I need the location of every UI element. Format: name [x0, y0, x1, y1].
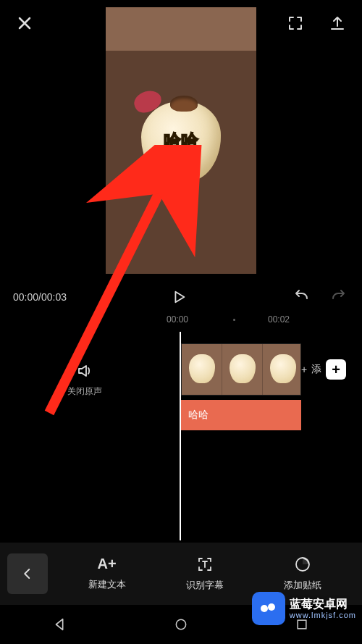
export-icon [329, 14, 346, 32]
clip-thumbnail [182, 344, 222, 395]
triangle-back-icon [52, 616, 68, 632]
new-text-icon: A+ [98, 556, 117, 572]
video-clip[interactable] [181, 343, 301, 396]
ruler-dot [233, 319, 235, 321]
export-button[interactable] [327, 13, 348, 33]
nav-back-button[interactable] [50, 614, 70, 635]
play-button[interactable] [169, 287, 189, 307]
tool-label: 添加贴纸 [284, 579, 321, 592]
nav-recent-button[interactable] [292, 614, 312, 635]
tool-label: 新建文本 [88, 578, 126, 591]
add-sticker-button[interactable]: 添加贴纸 [284, 556, 321, 592]
playback-controls: 00:00/00:03 [0, 280, 362, 314]
mute-original-audio-button[interactable]: 关闭原声 [0, 354, 169, 406]
recognize-subtitle-button[interactable]: 识别字幕 [186, 556, 224, 592]
ruler-mark: 00:02 [268, 314, 290, 325]
chevron-left-icon [21, 567, 34, 580]
fullscreen-icon [287, 14, 304, 32]
add-text: 添 [311, 363, 321, 376]
sticker-icon [294, 556, 311, 573]
new-text-button[interactable]: A+ 新建文本 [88, 556, 126, 592]
clip-thumbnail [222, 344, 263, 395]
text-clip[interactable]: 哈哈 [181, 400, 301, 430]
add-clip-button[interactable]: + 添 + [301, 343, 362, 396]
svg-rect-3 [298, 620, 306, 629]
undo-button[interactable] [291, 287, 311, 307]
text-clip-label: 哈哈 [188, 409, 209, 422]
close-icon [16, 14, 33, 32]
square-recent-icon [295, 617, 309, 632]
preview-area[interactable]: 哈哈 [106, 7, 256, 274]
svg-point-2 [176, 619, 185, 629]
fullscreen-button[interactable] [285, 13, 306, 33]
scan-text-icon [196, 556, 214, 573]
timeline-ruler[interactable]: 00:00 00:02 [0, 311, 362, 329]
preview-caption-text: 哈哈 [106, 129, 256, 152]
circle-home-icon [174, 617, 188, 632]
clip-thumbnail [263, 344, 301, 395]
undo-icon [292, 288, 310, 306]
plus-icon: + [326, 359, 346, 380]
bottom-toolbar: A+ 新建文本 识别字幕 添加贴纸 [0, 543, 362, 605]
system-nav-bar [0, 605, 362, 644]
nav-home-button[interactable] [171, 614, 191, 635]
toolbar-back-button[interactable] [7, 553, 48, 594]
add-prefix: + [301, 364, 307, 375]
ruler-mark: 00:00 [167, 314, 188, 325]
timecode-display: 00:00/00:03 [13, 291, 67, 303]
speaker-icon [76, 362, 93, 380]
redo-icon [330, 288, 348, 306]
timeline-area: 关闭原声 哈哈 + 添 + [0, 332, 362, 448]
redo-button[interactable] [329, 287, 349, 307]
close-button[interactable] [14, 13, 35, 33]
mute-label: 关闭原声 [67, 385, 102, 398]
tool-label: 识别字幕 [186, 579, 224, 592]
play-icon [171, 289, 187, 305]
